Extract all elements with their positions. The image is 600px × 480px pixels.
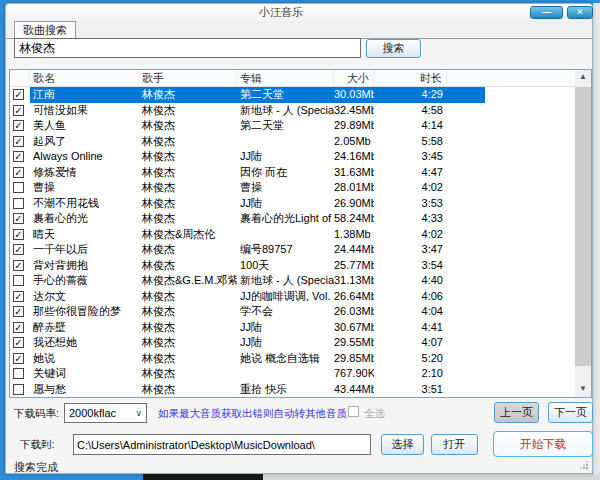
table-row[interactable]: 手心的蔷薇林俊杰&G.E.M.邓紫棋新地球 - 人 (Specia...31.1…: [10, 273, 575, 289]
row-checkbox[interactable]: [13, 384, 24, 395]
album-name: 第二天堂: [237, 118, 334, 134]
row-checkbox[interactable]: ✓: [13, 229, 24, 240]
vertical-scrollbar[interactable]: ▲ ▼: [575, 70, 591, 397]
next-page-button[interactable]: 下一页: [548, 402, 593, 423]
row-checkbox[interactable]: ✓: [13, 322, 24, 333]
album-name: JJ的咖啡调调, Vol. 2: [237, 289, 334, 305]
row-checkbox[interactable]: [13, 198, 24, 209]
row-filler: [447, 87, 485, 103]
row-checkbox[interactable]: ✓: [13, 151, 24, 162]
artist-name: 林俊杰: [139, 304, 237, 320]
row-checkbox[interactable]: [13, 275, 24, 286]
table-row[interactable]: ✓达尔文林俊杰JJ的咖啡调调, Vol. 226.64Mb4:06: [10, 289, 575, 305]
row-checkbox[interactable]: ✓: [13, 167, 24, 178]
table-row[interactable]: ✓Always Online林俊杰JJ陆24.16Mb3:45: [10, 149, 575, 165]
table-row[interactable]: ✓可惜没如果林俊杰新地球 - 人 (Specia...32.45Mb4:58: [10, 103, 575, 119]
album-name: 重拾 快乐: [237, 382, 334, 398]
tab-song-search[interactable]: 歌曲搜索: [14, 21, 76, 39]
open-folder-button[interactable]: 打开: [431, 434, 478, 455]
row-checkbox-cell: ✓: [10, 211, 30, 227]
header-size[interactable]: 大小: [334, 70, 374, 86]
row-checkbox[interactable]: ✓: [13, 244, 24, 255]
row-checkbox[interactable]: ✓: [13, 136, 24, 147]
table-row[interactable]: ✓她说林俊杰她说 概念自选辑29.85Mb5:20: [10, 351, 575, 367]
album-name: 裹着心的光Light of ...: [237, 211, 334, 227]
song-name: 可惜没如果: [30, 103, 139, 119]
table-row[interactable]: 曹操林俊杰曹操28.01Mb4:02: [10, 180, 575, 196]
duration: 4:02: [374, 227, 447, 243]
table-row[interactable]: 愿与愁林俊杰重拾 快乐43.44Mb3:51: [10, 382, 575, 398]
table-row[interactable]: ✓江南林俊杰第二天堂30.03Mb4:29: [10, 87, 575, 103]
row-checkbox[interactable]: ✓: [13, 120, 24, 131]
album-name: 100天: [237, 258, 334, 274]
row-checkbox[interactable]: [13, 182, 24, 193]
scroll-up-icon[interactable]: ▲: [575, 70, 591, 85]
artist-name: 林俊杰: [139, 103, 237, 119]
minimize-button[interactable]: —: [530, 6, 563, 19]
download-to-label: 下载到:: [20, 438, 54, 452]
table-row[interactable]: ✓背对背拥抱林俊杰100天25.77Mb3:54: [10, 258, 575, 274]
duration: 4:47: [374, 165, 447, 181]
prev-page-button[interactable]: 上一页: [494, 402, 539, 423]
album-name: JJ陆: [237, 196, 334, 212]
table-row[interactable]: ✓那些你很冒险的梦林俊杰学不会26.03Mb4:04: [10, 304, 575, 320]
file-size: 24.16Mb: [334, 149, 374, 165]
file-size: 30.03Mb: [334, 87, 374, 103]
quality-hint-text: 如果最大音质获取出错则自动转其他音质: [158, 407, 347, 421]
table-row[interactable]: ✓晴天林俊杰&周杰伦1.38Mb4:02: [10, 227, 575, 243]
bitrate-dropdown[interactable]: 2000kflac ∨: [64, 403, 147, 423]
song-name: 曹操: [30, 180, 139, 196]
header-duration[interactable]: 时长: [374, 70, 447, 86]
row-checkbox[interactable]: [13, 368, 24, 379]
title-bar[interactable]: 小汪音乐: [6, 4, 592, 21]
file-size: 767.90Kb: [334, 366, 374, 382]
start-download-button[interactable]: 开始下载: [493, 431, 593, 457]
row-checkbox[interactable]: ✓: [13, 291, 24, 302]
table-row[interactable]: ✓修炼爱情林俊杰因你 而在31.63Mb4:47: [10, 165, 575, 181]
row-checkbox[interactable]: ✓: [13, 337, 24, 348]
download-path-input[interactable]: [73, 434, 371, 455]
table-row[interactable]: 关键词林俊杰767.90Kb2:10: [10, 366, 575, 382]
duration: 3:47: [374, 242, 447, 258]
song-name: Always Online: [30, 149, 139, 165]
header-song-name[interactable]: 歌名: [30, 70, 139, 86]
artist-name: 林俊杰&G.E.M.邓紫棋: [139, 273, 237, 289]
duration: 3:51: [374, 382, 447, 398]
row-checkbox-cell: [10, 382, 30, 398]
table-row[interactable]: ✓美人鱼林俊杰第二天堂29.89Mb4:14: [10, 118, 575, 134]
scroll-down-icon[interactable]: ▼: [575, 382, 591, 397]
table-row[interactable]: ✓我还想她林俊杰JJ陆29.55Mb4:07: [10, 335, 575, 351]
album-name: 编号89757: [237, 242, 334, 258]
table-row[interactable]: ✓起风了林俊杰2.05Mb5:58: [10, 134, 575, 150]
choose-folder-button[interactable]: 选择: [381, 434, 424, 455]
row-checkbox[interactable]: ✓: [13, 105, 24, 116]
row-checkbox[interactable]: ✓: [13, 260, 24, 271]
scrollbar-thumb[interactable]: [575, 87, 591, 366]
row-checkbox-cell: ✓: [10, 304, 30, 320]
row-checkbox[interactable]: ✓: [13, 306, 24, 317]
song-name: 关键词: [30, 366, 139, 382]
song-name: 裹着心的光: [30, 211, 139, 227]
row-filler: [447, 289, 485, 305]
header-album[interactable]: 专辑: [237, 70, 334, 86]
table-row[interactable]: ✓醉赤壁林俊杰JJ陆30.67Mb4:41: [10, 320, 575, 336]
table-row[interactable]: ✓一千年以后林俊杰编号8975724.44Mb3:47: [10, 242, 575, 258]
search-button[interactable]: 搜索: [366, 39, 421, 58]
header-artist[interactable]: 歌手: [139, 70, 237, 86]
table-row[interactable]: 不潮不用花钱林俊杰JJ陆26.90Mb3:53: [10, 196, 575, 212]
song-name: 达尔文: [30, 289, 139, 305]
row-filler: [447, 382, 485, 398]
row-checkbox[interactable]: ✓: [13, 89, 24, 100]
artist-name: 林俊杰: [139, 118, 237, 134]
table-row[interactable]: ✓裹着心的光林俊杰裹着心的光Light of ...58.24Mb4:33: [10, 211, 575, 227]
resize-grip-icon[interactable]: [580, 461, 588, 469]
select-all-checkbox[interactable]: [348, 406, 359, 417]
artist-name: 林俊杰: [139, 258, 237, 274]
row-filler: [447, 165, 485, 181]
row-checkbox[interactable]: ✓: [13, 213, 24, 224]
close-button[interactable]: ✕: [567, 6, 593, 19]
search-input[interactable]: [14, 38, 361, 58]
row-filler: [447, 273, 485, 289]
row-checkbox[interactable]: ✓: [13, 353, 24, 364]
file-size: 31.13Mb: [334, 273, 374, 289]
